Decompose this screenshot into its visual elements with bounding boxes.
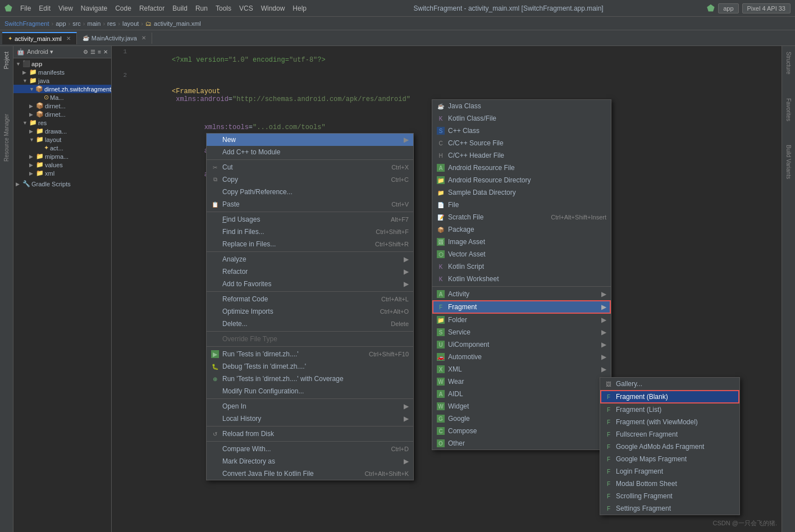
fragment-viewmodel[interactable]: F Fragment (with ViewModel) [600,416,739,428]
context-modify-run[interactable]: Modify Run Configuration... [207,385,413,397]
new-kotlin-class[interactable]: K Kotlin Class/File [432,112,611,125]
new-activity[interactable]: A Activity ▶ [432,288,611,300]
context-run-coverage[interactable]: ⊕ Run 'Tests in 'dirnet.zh....' with Cov… [207,373,413,385]
close-tab-activity-main[interactable]: ✕ [66,35,71,42]
build-variants-tab[interactable]: Build Variants [784,141,793,182]
new-wear[interactable]: W Wear ▶ [432,375,611,388]
context-cut[interactable]: ✂ Cut Ctrl+X [207,161,413,173]
settings-fragment[interactable]: F Settings Fragment [600,502,739,515]
google-maps-fragment[interactable]: F Google Maps Fragment [600,453,739,465]
menu-edit[interactable]: Edit [35,3,54,13]
new-file[interactable]: 📄 File [432,199,611,211]
context-add-favorites[interactable]: Add to Favorites ▶ [207,278,413,290]
project-close-icon[interactable]: ✕ [103,49,108,55]
breadcrumb-layout[interactable]: layout [122,20,139,27]
new-vector-asset[interactable]: ⬡ Vector Asset [432,248,611,260]
breadcrumb-res[interactable]: res [107,20,116,27]
new-xml[interactable]: X XML ▶ [432,363,611,375]
tree-item-java[interactable]: ▼ 📁 java [13,76,111,85]
tree-item-mipmap[interactable]: ▶ 📁 mipma... [13,152,111,160]
project-more-icon[interactable]: ≡ [98,49,101,55]
new-uicomponent[interactable]: U UiComponent ▶ [432,338,611,351]
context-mark-directory[interactable]: Mark Directory as ▶ [207,455,413,467]
context-refactor[interactable]: Refactor ▶ [207,265,413,278]
menu-file[interactable]: File [17,3,34,13]
tree-item-mainactivity[interactable]: ▶ ⊙ Ma... [13,93,111,102]
new-aidl[interactable]: A AIDL ▶ [432,388,611,400]
context-compare[interactable]: Compare With... Ctrl+D [207,443,413,455]
menu-bar[interactable]: File Edit View Navigate Code Refactor Bu… [17,3,310,13]
breadcrumb-main[interactable]: main [88,20,101,27]
fragment-blank[interactable]: F Fragment (Blank) [600,390,739,403]
google-admob-fragment[interactable]: F Google AdMob Ads Fragment [600,441,739,453]
context-delete[interactable]: Delete... Delete [207,318,413,330]
context-analyze[interactable]: Analyze ▶ [207,253,413,265]
context-copy-path[interactable]: Copy Path/Reference... [207,186,413,198]
context-copy[interactable]: ⧉ Copy Ctrl+C [207,173,413,186]
tree-item-res[interactable]: ▼ 📁 res [13,118,111,127]
resource-manager-tab[interactable]: Resource Manager [2,111,11,165]
context-optimize[interactable]: Optimize Imports Ctrl+Alt+O [207,305,413,318]
new-scratch-file[interactable]: 📝 Scratch File Ctrl+Alt+Shift+Insert [432,211,611,223]
tree-item-values[interactable]: ▶ 📁 values [13,160,111,169]
new-sample-data-dir[interactable]: 📁 Sample Data Directory [432,186,611,199]
menu-tools[interactable]: Tools [212,3,235,13]
editor-area[interactable]: 1 <?xml version="1.0" encoding="utf-8"?>… [112,46,782,532]
menu-build[interactable]: Build [169,3,191,13]
run-config-button[interactable]: app [718,3,738,13]
context-reload[interactable]: ↺ Reload from Disk [207,428,413,440]
scrolling-fragment[interactable]: F Scrolling Fragment [600,490,739,502]
new-kotlin-worksheet[interactable]: K Kotlin Worksheet [432,273,611,285]
new-image-asset[interactable]: 🖼 Image Asset [432,236,611,248]
new-widget[interactable]: W Widget ▶ [432,400,611,412]
new-java-class[interactable]: ☕ Java Class [432,100,611,112]
context-debug-tests[interactable]: 🐛 Debug 'Tests in 'dirnet.zh....' [207,360,413,373]
project-collapse-icon[interactable]: ☰ [90,49,95,55]
context-add-cpp[interactable]: Add C++ to Module [207,146,413,158]
menu-help[interactable]: Help [289,3,310,13]
breadcrumb-switchfragment[interactable]: SwitchFragment [4,20,49,27]
tab-activity-main-xml[interactable]: ✦ activity_main.xml ✕ [2,32,77,44]
fragment-list[interactable]: F Fragment (List) [600,403,739,416]
new-other[interactable]: O Other ▶ [432,437,611,450]
modal-bottom-sheet[interactable]: F Modal Bottom Sheet [600,478,739,490]
tree-item-gradle[interactable]: ▶ 🔧 Gradle Scripts [13,180,111,188]
fragment-gallery[interactable]: 🖼 Gallery... [600,378,739,390]
structure-tab[interactable]: Structure [784,48,793,78]
breadcrumb-src[interactable]: src [72,20,81,27]
new-fragment[interactable]: F Fragment ▶ [432,300,611,314]
breadcrumb-app[interactable]: app [56,20,66,27]
context-convert-java[interactable]: Convert Java File to Kotlin File Ctrl+Al… [207,467,413,480]
context-run-tests[interactable]: ▶ Run 'Tests in 'dirnet.zh....' Ctrl+Shi… [207,348,413,360]
tree-item-xml[interactable]: ▶ 📁 xml [13,169,111,177]
menu-run[interactable]: Run [192,3,211,13]
context-replace-files[interactable]: Replace in Files... Ctrl+Shift+R [207,238,413,250]
new-package[interactable]: 📦 Package [432,223,611,236]
tree-item-activity-xml[interactable]: ▶ ✦ act... [13,144,111,152]
new-automotive[interactable]: 🚗 Automotive ▶ [432,351,611,363]
menu-window[interactable]: Window [258,3,289,13]
context-find-files[interactable]: Find in Files... Ctrl+Shift+F [207,226,413,238]
fullscreen-fragment[interactable]: F Fullscreen Fragment [600,428,739,441]
breadcrumb-file[interactable]: activity_main.xml [154,20,201,27]
project-tab-button[interactable]: Project [2,48,11,72]
menu-view[interactable]: View [55,3,76,13]
tree-item-package-main[interactable]: ▼ 📦 dirnet.zh.switchfragment [13,85,111,93]
context-local-history[interactable]: Local History ▶ [207,412,413,425]
new-cpp-class[interactable]: S C++ Class [432,125,611,137]
device-button[interactable]: Pixel 4 API 33 [742,3,791,13]
new-c-header[interactable]: H C/C++ Header File [432,149,611,162]
tree-item-package-test2[interactable]: ▶ 📦 dirnet... [13,110,111,118]
project-settings-icon[interactable]: ⚙ [83,49,88,55]
tree-item-app[interactable]: ▼ ⬛ app [13,59,111,68]
context-open-in[interactable]: Open In ▶ [207,400,413,412]
favorites-tab[interactable]: Favorites [784,95,793,125]
context-reformat[interactable]: Reformat Code Ctrl+Alt+L [207,293,413,305]
tree-item-manifests[interactable]: ▶ 📁 manifests [13,68,111,76]
close-tab-mainactivity[interactable]: ✕ [141,35,146,41]
tree-item-layout[interactable]: ▼ 📁 layout [13,135,111,144]
login-fragment[interactable]: F Login Fragment [600,465,739,478]
tree-item-drawable[interactable]: ▶ 📁 drawa... [13,127,111,135]
menu-refactor[interactable]: Refactor [136,3,168,13]
context-menu-new[interactable]: New ▶ [207,134,413,146]
